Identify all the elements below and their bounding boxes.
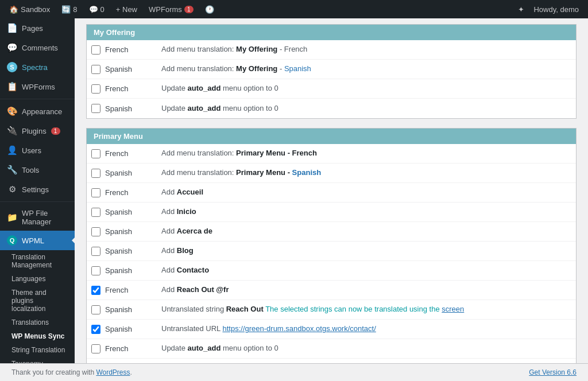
get-version-link[interactable]: Get Version 6.6: [529, 368, 577, 376]
url-link[interactable]: https://green-drum.sandbox.otgs.work/con…: [222, 324, 376, 333]
updates-button[interactable]: 🔄 8: [57, 0, 82, 18]
filemanager-icon: 📁: [7, 212, 17, 223]
row-checkbox[interactable]: [91, 149, 100, 158]
row-checkbox[interactable]: [91, 247, 100, 256]
submenu-translation-management[interactable]: Translation Management: [0, 250, 75, 272]
site-icon[interactable]: 🏠 Sandbox: [5, 0, 55, 18]
row-language: French: [105, 344, 157, 353]
section-title-my-offering: My Offering: [94, 28, 135, 37]
row-description: Add menu translation: My Offering - Fren…: [161, 44, 571, 55]
row-checkbox[interactable]: [91, 266, 100, 275]
row-language: Spanish: [105, 305, 157, 314]
row-description: Untranslated URL https://green-drum.sand…: [161, 324, 571, 334]
submenu-label-theme-plugins: Theme and plugins localization: [11, 289, 68, 313]
wpforms-label: WPForms: [149, 5, 182, 14]
submenu-translations[interactable]: Translations: [0, 316, 75, 329]
sidebar-item-spectra[interactable]: S Spectra: [0, 57, 75, 77]
section-primary-menu: Primary Menu French Add menu translation…: [86, 128, 577, 363]
row-language: Spanish: [105, 65, 157, 73]
row-checkbox[interactable]: [91, 45, 100, 55]
sidebar-label-users: Users: [22, 146, 41, 155]
row-description: Add Accueil: [161, 187, 571, 197]
row-description: Add Acerca de: [161, 226, 571, 236]
submenu-string-translation[interactable]: String Translation: [0, 343, 75, 357]
row-language: Spanish: [105, 266, 157, 275]
row-description: Untranslated string Reach Out The select…: [161, 304, 571, 314]
table-row: French Add Accueil: [87, 183, 576, 203]
howdy-button[interactable]: Howdy, demo: [529, 0, 583, 18]
wpforms-sidebar-icon: 📋: [7, 81, 17, 92]
sidebar-item-pages[interactable]: 📄 Pages: [0, 18, 75, 38]
table-row: French Update auto_add menu option to 0: [87, 339, 576, 359]
row-checkbox[interactable]: [91, 65, 100, 74]
row-language: Spanish: [105, 227, 157, 236]
row-checkbox[interactable]: [91, 227, 100, 236]
sidebar-label-wpforms: WPForms: [22, 83, 55, 91]
sidebar-item-wpfilemanager[interactable]: 📁 WP File Manager: [0, 204, 75, 231]
table-row: Spanish Add Contacto: [87, 261, 576, 281]
clock-button[interactable]: 🕐: [200, 0, 219, 18]
sidebar-item-users[interactable]: 👤 Users: [0, 141, 75, 160]
sidebar-item-plugins[interactable]: 🔌 Plugins 1: [0, 121, 75, 141]
separator-1: [0, 99, 75, 99]
row-checkbox[interactable]: [91, 84, 100, 94]
row-checkbox[interactable]: [91, 344, 100, 353]
main-content: My Offering French Add menu translation:…: [75, 18, 588, 363]
ai-icon: ✦: [518, 5, 524, 14]
pages-icon: 📄: [7, 23, 17, 33]
sidebar-item-wpml[interactable]: Q WPML: [0, 231, 75, 250]
row-language: French: [105, 84, 157, 93]
sidebar-label-pages: Pages: [22, 24, 43, 33]
submenu-taxonomy-translation[interactable]: Taxonomy translation: [0, 357, 75, 363]
comments-button[interactable]: 💬 0: [84, 0, 109, 18]
row-checkbox[interactable]: [91, 286, 100, 295]
row-checkbox[interactable]: [91, 208, 100, 217]
new-button[interactable]: + New: [111, 0, 142, 18]
sidebar-item-appearance[interactable]: 🎨 Appearance: [0, 102, 75, 121]
ai-button[interactable]: ✦: [513, 0, 529, 18]
wpforms-button[interactable]: WPForms 1: [144, 0, 198, 18]
wordpress-link[interactable]: WordPress: [96, 368, 130, 376]
table-row: Spanish Update auto_add menu option to 0: [87, 99, 576, 118]
updates-icon: 🔄: [61, 5, 71, 14]
table-row: French Add menu translation: My Offering…: [87, 40, 576, 60]
row-language: Spanish: [105, 247, 157, 255]
row-description: Add menu translation: Primary Menu - Fre…: [161, 148, 571, 158]
row-description: Update auto_add menu option to 0: [161, 83, 571, 94]
row-description: Add menu translation: Primary Menu - Spa…: [161, 168, 571, 178]
table-row: Spanish Add menu translation: My Offerin…: [87, 60, 576, 79]
comments-count: 0: [100, 5, 105, 14]
separator-2: [0, 201, 75, 202]
sidebar-label-wpfilemanager: WP File Manager: [22, 209, 68, 226]
row-language: French: [105, 149, 157, 158]
table-row: Spanish Add menu translation: Primary Me…: [87, 164, 576, 183]
section-header-primary-menu: Primary Menu: [87, 129, 576, 144]
submenu-wp-menus-sync[interactable]: WP Menus Sync: [0, 329, 75, 343]
wpml-arrow: [72, 237, 75, 244]
row-checkbox[interactable]: [91, 169, 100, 178]
row-checkbox[interactable]: [91, 188, 100, 197]
footer-bar: Thank you for creating with WordPress. G…: [0, 363, 588, 381]
sidebar-label-wpml: WPML: [22, 236, 44, 245]
row-description: Add Blog: [161, 246, 571, 256]
clock-icon: 🕐: [205, 5, 214, 14]
sidebar-item-wpforms[interactable]: 📋 WPForms: [0, 77, 75, 96]
submenu-languages[interactable]: Languages: [0, 272, 75, 286]
sidebar-label-settings: Settings: [22, 185, 49, 194]
row-language: Spanish: [105, 104, 157, 113]
submenu-theme-plugins[interactable]: Theme and plugins localization: [0, 286, 75, 316]
row-language: French: [105, 286, 157, 294]
row-checkbox[interactable]: [91, 305, 100, 314]
sidebar-item-settings[interactable]: ⚙ Settings: [0, 180, 75, 199]
sidebar-item-tools[interactable]: 🔧 Tools: [0, 160, 75, 180]
comments-icon: 💬: [89, 5, 98, 14]
site-name: Sandbox: [21, 5, 50, 14]
sidebar-item-comments[interactable]: 💬 Comments: [0, 38, 75, 57]
table-row: French Add Reach Out @fr: [87, 281, 576, 300]
screen-link[interactable]: screen: [442, 305, 464, 313]
row-checkbox[interactable]: [91, 104, 100, 113]
row-checkbox[interactable]: [91, 325, 100, 334]
submenu-label-taxonomy-translation: Taxonomy translation: [11, 360, 68, 363]
footer-text-before: Thank you for creating with: [11, 368, 96, 376]
tools-icon: 🔧: [7, 165, 17, 175]
